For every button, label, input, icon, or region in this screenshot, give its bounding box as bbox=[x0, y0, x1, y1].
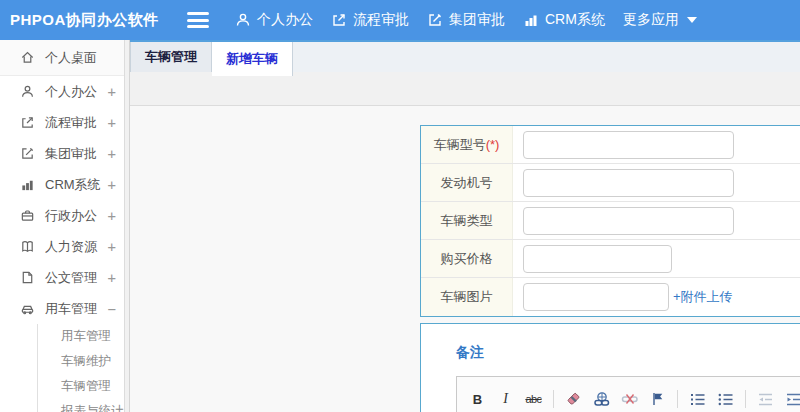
nav-more-apps[interactable]: 更多应用 bbox=[623, 11, 697, 29]
purchase-price-input[interactable] bbox=[523, 245, 672, 273]
sidebar-item-crm[interactable]: CRM系统 + bbox=[0, 169, 130, 200]
person-icon bbox=[235, 12, 251, 28]
sidebar-item-desktop[interactable]: 个人桌面 bbox=[0, 40, 130, 76]
content-spacer bbox=[130, 72, 800, 106]
remarks-title: 备注 bbox=[456, 344, 800, 362]
attachment-upload-link[interactable]: +附件上传 bbox=[673, 288, 733, 306]
sidebar-item-label: 行政办公 bbox=[45, 207, 97, 225]
unlink-icon[interactable] bbox=[617, 387, 642, 412]
app-window: PHPOA协同办公软件 个人办公 流程审批 集团审批 CRM系统 更多应用 bbox=[0, 0, 800, 412]
sidebar: 个人桌面 个人办公 + 流程审批 + 集团审批 + CRM系统 + bbox=[0, 40, 130, 412]
nav-label: 个人办公 bbox=[257, 11, 313, 29]
expand-plus-icon[interactable]: + bbox=[108, 177, 116, 193]
sidebar-item-label: 个人办公 bbox=[45, 83, 97, 101]
field-label: 车辆图片 bbox=[421, 278, 513, 316]
rich-text-toolbar: B I abc bbox=[456, 376, 800, 412]
form-row-price: 购买价格 bbox=[421, 240, 800, 278]
vehicle-model-input[interactable] bbox=[523, 131, 734, 159]
form-row-engine: 发动机号 bbox=[421, 164, 800, 202]
hamburger-menu-icon[interactable] bbox=[187, 12, 209, 28]
bold-button[interactable]: B bbox=[465, 387, 490, 412]
nav-group-approval[interactable]: 集团审批 bbox=[427, 11, 505, 29]
flag-anchor-icon[interactable] bbox=[645, 387, 670, 412]
remove-format-eraser-icon[interactable] bbox=[561, 387, 586, 412]
vehicle-type-input[interactable] bbox=[523, 207, 734, 235]
outdent-icon[interactable] bbox=[753, 387, 778, 412]
toolbar-divider bbox=[677, 390, 678, 408]
sidebar-item-admin-office[interactable]: 行政办公 + bbox=[0, 200, 130, 231]
sidebar-submenu: 用车管理 车辆维护 车辆管理 报表与统计 bbox=[37, 324, 130, 412]
nav-label: 集团审批 bbox=[449, 11, 505, 29]
share-arrow-icon bbox=[20, 115, 36, 130]
person-icon bbox=[20, 84, 36, 99]
field-label: 购买价格 bbox=[421, 240, 513, 277]
vehicle-image-input[interactable] bbox=[523, 283, 669, 311]
field-label: 车辆型号(*) bbox=[421, 126, 513, 163]
sidebar-item-process-approval[interactable]: 流程审批 + bbox=[0, 107, 130, 138]
bar-chart-icon bbox=[20, 177, 36, 192]
sidebar-subitem-vehicle-management[interactable]: 车辆管理 bbox=[38, 374, 130, 399]
sidebar-item-personal-office[interactable]: 个人办公 + bbox=[0, 76, 130, 107]
top-nav: 个人办公 流程审批 集团审批 CRM系统 更多应用 bbox=[235, 11, 697, 29]
edit-square-icon bbox=[427, 12, 443, 28]
expand-plus-icon[interactable]: + bbox=[108, 115, 116, 131]
required-marker: (*) bbox=[486, 137, 500, 152]
ordered-list-icon[interactable] bbox=[685, 387, 710, 412]
tab-bar: 车辆管理 新增车辆 bbox=[130, 40, 800, 72]
nav-label: 更多应用 bbox=[623, 11, 679, 29]
toolbar-divider bbox=[745, 390, 746, 408]
expand-plus-icon[interactable]: + bbox=[108, 208, 116, 224]
top-bar: PHPOA协同办公软件 个人办公 流程审批 集团审批 CRM系统 更多应用 bbox=[0, 0, 800, 40]
main-content: 车辆管理 新增车辆 车辆型号(*) 发动机号 车辆类型 bbox=[130, 40, 800, 412]
tab-new-vehicle[interactable]: 新增车辆 bbox=[212, 42, 293, 76]
field-label: 车辆类型 bbox=[421, 202, 513, 239]
italic-button[interactable]: I bbox=[493, 387, 518, 412]
sidebar-item-label: 流程审批 bbox=[45, 114, 97, 132]
edit-square-icon bbox=[20, 146, 36, 161]
form-row-image: 车辆图片 +附件上传 bbox=[421, 278, 800, 316]
collapse-minus-icon[interactable]: − bbox=[108, 301, 116, 317]
sidebar-item-group-approval[interactable]: 集团审批 + bbox=[0, 138, 130, 169]
sidebar-item-label: 人力资源 bbox=[45, 238, 97, 256]
document-icon bbox=[20, 270, 36, 285]
sidebar-subitem-vehicle-maintenance[interactable]: 车辆维护 bbox=[38, 349, 130, 374]
form-row-type: 车辆类型 bbox=[421, 202, 800, 240]
tab-content-panel: 车辆型号(*) 发动机号 车辆类型 购买价格 bbox=[130, 106, 800, 412]
sidebar-item-label: 个人桌面 bbox=[45, 49, 97, 67]
nav-label: CRM系统 bbox=[545, 11, 605, 29]
expand-plus-icon[interactable]: + bbox=[108, 270, 116, 286]
tab-vehicle-management[interactable]: 车辆管理 bbox=[130, 42, 212, 72]
sidebar-subitem-vehicle-use[interactable]: 用车管理 bbox=[38, 324, 130, 349]
expand-plus-icon[interactable]: + bbox=[108, 84, 116, 100]
remarks-panel: 备注 B I abc bbox=[420, 323, 800, 412]
home-icon bbox=[20, 50, 36, 65]
sidebar-subitem-reports-stats[interactable]: 报表与统计 bbox=[38, 399, 130, 412]
app-logo: PHPOA协同办公软件 bbox=[0, 11, 175, 30]
expand-plus-icon[interactable]: + bbox=[108, 146, 116, 162]
main-layout: 个人桌面 个人办公 + 流程审批 + 集团审批 + CRM系统 + bbox=[0, 40, 800, 412]
sidebar-item-vehicle[interactable]: 用车管理 − bbox=[0, 293, 130, 324]
book-icon bbox=[20, 239, 36, 254]
nav-crm-system[interactable]: CRM系统 bbox=[523, 11, 605, 29]
caret-down-icon bbox=[687, 17, 697, 23]
nav-process-approval[interactable]: 流程审批 bbox=[331, 11, 409, 29]
nav-personal-office[interactable]: 个人办公 bbox=[235, 11, 313, 29]
expand-plus-icon[interactable]: + bbox=[108, 239, 116, 255]
insert-link-icon[interactable] bbox=[589, 387, 614, 412]
field-label: 发动机号 bbox=[421, 164, 513, 201]
sidebar-item-hr[interactable]: 人力资源 + bbox=[0, 231, 130, 262]
indent-icon[interactable] bbox=[781, 387, 800, 412]
vehicle-form: 车辆型号(*) 发动机号 车辆类型 购买价格 bbox=[420, 125, 800, 317]
nav-label: 流程审批 bbox=[353, 11, 409, 29]
engine-number-input[interactable] bbox=[523, 169, 734, 197]
sidebar-item-label: 公文管理 bbox=[45, 269, 97, 287]
bar-chart-icon bbox=[523, 12, 539, 28]
sidebar-item-label: CRM系统 bbox=[45, 176, 101, 194]
briefcase-icon bbox=[20, 208, 36, 223]
bullet-list-icon[interactable] bbox=[713, 387, 738, 412]
car-icon bbox=[20, 301, 36, 316]
share-arrow-icon bbox=[331, 12, 347, 28]
sidebar-item-label: 用车管理 bbox=[45, 300, 97, 318]
sidebar-item-documents[interactable]: 公文管理 + bbox=[0, 262, 130, 293]
strikethrough-button[interactable]: abc bbox=[521, 387, 546, 412]
